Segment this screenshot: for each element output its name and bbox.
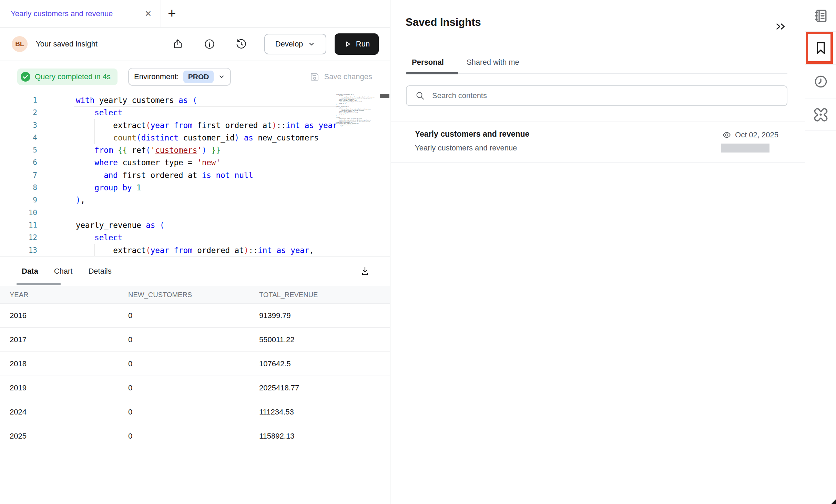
info-icon[interactable] xyxy=(204,38,215,50)
code-line[interactable]: 9), xyxy=(0,194,390,206)
code-text: yearly_revenue as ( xyxy=(76,219,164,231)
table-cell: 0 xyxy=(128,335,259,344)
sidebar-item-explore[interactable] xyxy=(805,98,836,131)
code-text: extract(year from ordered_at)::int as ye… xyxy=(76,244,314,256)
save-changes-button[interactable]: Save changes xyxy=(309,72,372,82)
notebook-icon xyxy=(813,8,829,24)
table-cell: 2019 xyxy=(0,384,128,392)
sidebar-item-notebook[interactable] xyxy=(805,0,836,32)
code-line[interactable]: 10 xyxy=(0,207,390,219)
line-number: 3 xyxy=(0,119,37,132)
tab-title: Yearly customers and revenue xyxy=(11,9,113,18)
line-number: 10 xyxy=(0,207,37,219)
active-tab-underline xyxy=(17,283,61,285)
results-tab-data[interactable]: Data xyxy=(17,267,43,276)
code-text: select xyxy=(76,106,122,119)
avatar: BL xyxy=(12,36,28,52)
line-number: 8 xyxy=(0,181,37,194)
results-table: YEARNEW_CUSTOMERSTOTAL_REVENUE 201609139… xyxy=(0,286,390,448)
line-number: 5 xyxy=(0,144,37,156)
results-panel: DataChartDetails YEARNEW_CUSTOMERSTOTAL_… xyxy=(0,256,390,448)
table-row: 20170550011.22 xyxy=(0,328,390,352)
code-line[interactable]: 4 count(distinct customer_id) as new_cus… xyxy=(0,132,390,144)
editor-scrollbar-thumb[interactable] xyxy=(380,94,389,98)
share-icon[interactable] xyxy=(172,38,184,50)
code-text: from {{ ref('customers') }} xyxy=(76,144,221,156)
table-row: 2016091399.79 xyxy=(0,304,390,328)
collapse-panel-icon[interactable] xyxy=(774,20,787,33)
develop-label: Develop xyxy=(275,40,303,49)
insights-tab-personal[interactable]: Personal xyxy=(406,58,450,67)
table-cell: 2016 xyxy=(0,311,128,320)
code-line[interactable]: 5 from {{ ref('customers') }} xyxy=(0,144,390,156)
insights-tabbar: PersonalShared with me xyxy=(406,58,525,67)
pinwheel-x-icon xyxy=(813,106,829,123)
new-tab-button[interactable]: + xyxy=(168,6,176,21)
query-status-text: Query completed in 4s xyxy=(35,72,111,81)
line-number: 6 xyxy=(0,156,37,169)
column-header: TOTAL_REVENUE xyxy=(259,291,390,299)
sidebar-item-saved-insights[interactable] xyxy=(805,32,836,65)
sidebar-item-history[interactable] xyxy=(805,65,836,98)
insights-tab-shared-with-me[interactable]: Shared with me xyxy=(461,58,525,67)
insight-header: BL Your saved insight Develop Run xyxy=(0,28,390,61)
saved-insight-list-item[interactable]: Yearly customers and revenue Yearly cust… xyxy=(391,122,805,162)
check-circle-icon xyxy=(20,72,31,82)
search-input[interactable] xyxy=(432,91,778,100)
code-text: ), xyxy=(76,194,85,206)
code-text: and first_ordered_at is not null xyxy=(76,169,253,181)
results-tabbar: DataChartDetails xyxy=(0,256,390,286)
line-number: 11 xyxy=(0,219,37,231)
clock-icon xyxy=(813,74,829,90)
environment-selector[interactable]: Environment: PROD xyxy=(128,68,231,86)
table-cell: 111234.53 xyxy=(259,408,390,417)
chevron-down-icon xyxy=(308,40,315,48)
run-button[interactable]: Run xyxy=(335,33,379,55)
list-divider xyxy=(391,162,805,162)
chevron-down-icon xyxy=(218,73,225,80)
table-cell: 2018 xyxy=(0,359,128,368)
editor-minimap[interactable]: with yearly_customers as ( select extrac… xyxy=(336,94,379,242)
line-number: 7 xyxy=(0,169,37,181)
results-tab-details[interactable]: Details xyxy=(83,267,116,276)
tab-track-line xyxy=(406,73,787,74)
code-line[interactable]: 13 extract(year from ordered_at)::int as… xyxy=(0,244,390,256)
code-line[interactable]: 6 where customer_type = 'new' xyxy=(0,156,390,169)
code-line[interactable]: 8 group by 1 xyxy=(0,181,390,194)
table-cell: 115892.13 xyxy=(259,432,390,441)
code-line[interactable]: 3 extract(year from first_ordered_at)::i… xyxy=(0,119,390,132)
code-line[interactable]: 11yearly_revenue as ( xyxy=(0,219,390,231)
insight-meta: Oct 02, 2025 xyxy=(722,130,778,140)
table-row: 20240111234.53 xyxy=(0,400,390,424)
tab-yearly-customers-and-revenue[interactable]: Yearly customers and revenue ✕ xyxy=(0,0,161,28)
close-tab-icon[interactable]: ✕ xyxy=(145,9,152,19)
results-table-header: YEARNEW_CUSTOMERSTOTAL_REVENUE xyxy=(0,286,390,304)
table-cell: 0 xyxy=(128,359,259,368)
query-editor-panel: Yearly customers and revenue ✕ + BL Your… xyxy=(0,0,390,504)
panel-title: Saved Insights xyxy=(406,16,481,29)
minimap-code: with yearly_customers as ( select extrac… xyxy=(336,94,378,127)
editor-tabbar: Yearly customers and revenue ✕ + xyxy=(0,0,390,28)
code-line[interactable]: 2 select xyxy=(0,106,390,119)
code-line[interactable]: 12 select xyxy=(0,231,390,244)
column-header: YEAR xyxy=(0,291,128,299)
column-header: NEW_CUSTOMERS xyxy=(128,291,259,299)
code-line[interactable]: 7 and first_ordered_at is not null xyxy=(0,169,390,181)
develop-dropdown[interactable]: Develop xyxy=(264,34,326,54)
search-box[interactable] xyxy=(406,85,787,106)
results-tab-chart[interactable]: Chart xyxy=(49,267,78,276)
download-icon[interactable] xyxy=(359,265,371,277)
eye-icon xyxy=(722,130,732,140)
sql-code-editor[interactable]: 1with yearly_customers as (2 select3 ext… xyxy=(0,92,390,256)
right-icon-sidebar xyxy=(805,0,836,504)
save-changes-label: Save changes xyxy=(324,72,372,81)
history-icon[interactable] xyxy=(235,38,247,50)
code-line[interactable]: 1with yearly_customers as ( xyxy=(0,94,390,106)
table-cell: 2017 xyxy=(0,335,128,344)
save-icon xyxy=(309,72,320,82)
table-cell: 2025418.77 xyxy=(259,384,390,392)
search-icon xyxy=(415,91,425,101)
table-row: 20180107642.5 xyxy=(0,352,390,376)
table-cell: 550011.22 xyxy=(259,335,390,344)
table-row: 201902025418.77 xyxy=(0,376,390,400)
